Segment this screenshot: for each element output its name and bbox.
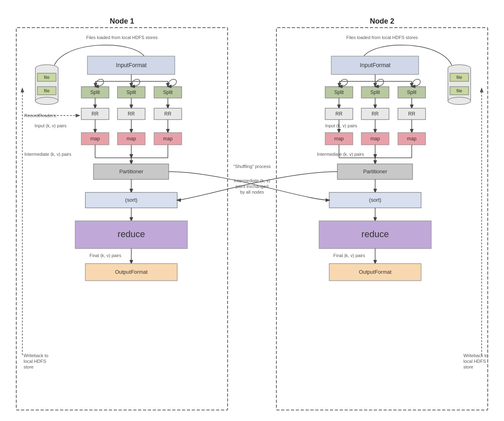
node2-partitioner: Partitioner bbox=[363, 168, 387, 175]
node2-inter-kv: Intermediate (k, v) pairs bbox=[317, 152, 364, 157]
node1-rr2: RR bbox=[128, 111, 135, 117]
node2-split2: Split bbox=[370, 89, 380, 95]
node1-rr3: RR bbox=[164, 111, 172, 117]
node1-output: OutputFormat bbox=[115, 269, 148, 275]
node2-map1: map bbox=[334, 136, 344, 142]
node2-file2: file bbox=[456, 88, 462, 93]
node1-file2: file bbox=[44, 88, 50, 93]
shuffle-label: "Shuffling" process bbox=[233, 164, 271, 169]
node2-sort: (sort) bbox=[369, 197, 381, 203]
node2-map2: map bbox=[370, 136, 380, 142]
node2-title: Node 2 bbox=[370, 17, 394, 25]
node2-map3: map bbox=[407, 136, 417, 142]
svg-text:local HDFS: local HDFS bbox=[463, 359, 486, 364]
node1-map2: map bbox=[126, 136, 136, 142]
node1-reduce: reduce bbox=[117, 229, 145, 239]
svg-point-50 bbox=[448, 97, 471, 105]
node2-file1: file bbox=[456, 75, 462, 80]
node2-input-kv: Input (k, v) pairs bbox=[325, 123, 357, 128]
node2-output: OutputFormat bbox=[359, 269, 392, 275]
node1-title: Node 1 bbox=[110, 17, 134, 25]
node2-split3: Split bbox=[407, 89, 417, 95]
node1-hdfs-label: Files loaded from local HDFS stores bbox=[86, 35, 158, 40]
node1-map1: map bbox=[90, 136, 100, 142]
node1-split3: Split bbox=[163, 89, 173, 95]
node1-inputformat: InputFormat bbox=[116, 62, 147, 68]
shuffle-intermediate-label: Intermediate (k, v) bbox=[234, 178, 270, 183]
svg-text:local HDFS: local HDFS bbox=[24, 359, 46, 364]
node2-split1: Split bbox=[334, 89, 344, 95]
node2-inputformat: InputFormat bbox=[360, 62, 391, 68]
node2-rr3: RR bbox=[408, 111, 415, 117]
node2-reduce: reduce bbox=[361, 229, 389, 239]
svg-text:pairs exchanged: pairs exchanged bbox=[236, 184, 269, 189]
node1-sort: (sort) bbox=[125, 197, 137, 203]
node2-rr1: RR bbox=[335, 111, 343, 117]
node1-input-kv: Input (k, v) pairs bbox=[35, 123, 67, 128]
svg-text:store: store bbox=[24, 364, 33, 369]
svg-text:store: store bbox=[463, 364, 473, 369]
node2-rr2: RR bbox=[371, 111, 379, 117]
svg-text:by all nodes: by all nodes bbox=[240, 190, 264, 194]
node1-split2: Split bbox=[126, 89, 136, 95]
svg-point-6 bbox=[35, 97, 58, 105]
node2-writeback: Writeback to bbox=[463, 353, 488, 358]
node2-final-kv: Final (k, v) pairs bbox=[333, 253, 365, 258]
node1-rr1: RR bbox=[91, 111, 99, 117]
node1-writeback: Writeback to bbox=[24, 353, 48, 358]
node1-split1: Split bbox=[90, 89, 100, 95]
node1-file1: file bbox=[44, 75, 50, 80]
node1-partitioner: Partitioner bbox=[119, 168, 143, 175]
node2-hdfs-label: Files loaded from local HDFS stores bbox=[346, 35, 418, 40]
node1-inter-kv: Intermediate (k, v) pairs bbox=[24, 152, 72, 157]
node1-final-kv: Final (k, v) pairs bbox=[89, 253, 122, 258]
node1-map3: map bbox=[163, 136, 173, 142]
